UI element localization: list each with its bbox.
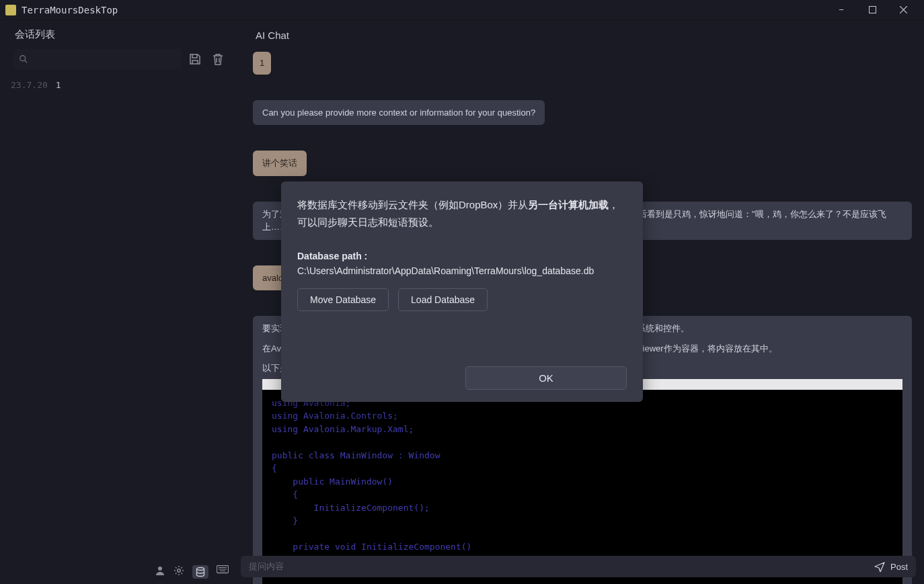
db-path-label: Database path : [297, 251, 627, 261]
move-database-button[interactable]: Move Database [297, 288, 389, 311]
modal-backdrop: 将数据库文件移动到云文件夹（例如DropBox）并从另一台计算机加载，可以同步聊… [0, 0, 924, 584]
database-modal: 将数据库文件移动到云文件夹（例如DropBox）并从另一台计算机加载，可以同步聊… [281, 181, 643, 402]
ok-button[interactable]: OK [465, 366, 627, 390]
modal-description: 将数据库文件移动到云文件夹（例如DropBox）并从另一台计算机加载，可以同步聊… [297, 196, 627, 231]
db-path-value: C:\Users\Administrator\AppData\Roaming\T… [297, 265, 627, 276]
load-database-button[interactable]: Load Database [398, 288, 488, 311]
